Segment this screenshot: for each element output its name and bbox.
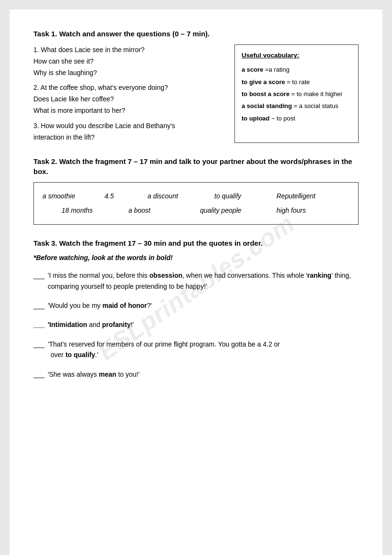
- task1-title: Task 1. Watch and answer the questions (…: [33, 29, 359, 39]
- vocab-item-4: a social standing = a social status: [242, 100, 351, 111]
- q2-number: 2.: [33, 84, 41, 91]
- word-reputelligent: Reputelligent: [276, 189, 350, 203]
- word-18months: 18 months: [62, 204, 128, 218]
- word-high-fours: high fours: [276, 204, 350, 218]
- quote-3: ___ 'Intimidation and profanity!': [33, 319, 359, 330]
- quote-3-line: ___ 'Intimidation and profanity!': [33, 319, 359, 330]
- word-row-1: a smoothie 4.5 a discount to qualify Rep…: [42, 189, 350, 203]
- word-qualify: to qualify: [214, 189, 276, 203]
- quote-5-line: ___ 'She was always mean to you!': [33, 369, 359, 380]
- task1-questions: 1. What does Lacie see in the mirror? Ho…: [33, 44, 225, 143]
- quote-2-blank: ___: [33, 300, 48, 311]
- vocab-box: Useful vocabulary: a score =a rating to …: [234, 44, 359, 143]
- task1-layout: 1. What does Lacie see in the mirror? Ho…: [33, 44, 359, 143]
- quote-4-text: 'That's reserved for members of our prim…: [48, 339, 280, 349]
- quote-4-continuation: over to qualify.': [33, 349, 359, 360]
- quote-1-line: ___ 'I miss the normal you, before this …: [33, 270, 359, 292]
- quote-3-blank: ___: [33, 319, 48, 330]
- vocab-item-5: to upload ~ to post: [242, 113, 351, 124]
- q3-number: 3.: [33, 122, 41, 130]
- vocab-item-3: to boost a score = to make it higher: [242, 88, 351, 99]
- quote-2-text: 'Would you be my maid of honor?': [48, 300, 152, 311]
- task2-section: Task 2. Watch the fragment 7 – 17 min an…: [33, 156, 359, 225]
- word-row-2: 18 months a boost quality people high fo…: [42, 204, 350, 218]
- task3-title: Task 3. Watch the fragment 17 – 30 min a…: [33, 238, 359, 248]
- quote-1-blank: ___: [33, 270, 48, 281]
- vocab-item-2: to give a score = to rate: [242, 76, 351, 87]
- task1-section: Task 1. Watch and answer the questions (…: [33, 29, 359, 143]
- task3-section: Task 3. Watch the fragment 17 – 30 min a…: [33, 238, 359, 380]
- quote-4: ___ 'That's reserved for members of our …: [33, 339, 359, 360]
- word-quality-people: quality people: [200, 204, 276, 218]
- question-3: 3. How would you describe Lacie and Beth…: [33, 120, 225, 143]
- question-2: 2. At the coffee shop, what's everyone d…: [33, 82, 225, 116]
- vocab-item-1: a score =a rating: [242, 64, 351, 75]
- task3-note: *Before watching, look at the words in b…: [33, 254, 359, 261]
- quote-4-line: ___ 'That's reserved for members of our …: [33, 339, 359, 349]
- quote-1-text: 'I miss the normal you, before this obse…: [48, 270, 359, 292]
- word-box: a smoothie 4.5 a discount to qualify Rep…: [33, 182, 359, 225]
- question-1: 1. What does Lacie see in the mirror? Ho…: [33, 44, 225, 78]
- task2-title: Task 2. Watch the fragment 7 – 17 min an…: [33, 156, 359, 176]
- quote-5: ___ 'She was always mean to you!': [33, 369, 359, 380]
- vocab-title: Useful vocabulary:: [242, 50, 351, 61]
- quote-5-text: 'She was always mean to you!': [48, 369, 139, 380]
- quote-2-line: ___ 'Would you be my maid of honor?': [33, 300, 359, 311]
- quote-2: ___ 'Would you be my maid of honor?': [33, 300, 359, 311]
- quote-5-blank: ___: [33, 369, 48, 380]
- word-45: 4.5: [105, 189, 148, 203]
- q1-number: 1.: [33, 46, 41, 54]
- word-discount: a discount: [148, 189, 214, 203]
- quote-1: ___ 'I miss the normal you, before this …: [33, 270, 359, 292]
- word-smoothie: a smoothie: [42, 189, 105, 203]
- quote-4-blank: ___: [33, 339, 48, 349]
- page: ESLprintables.com Task 1. Watch and answ…: [10, 10, 382, 555]
- word-boost: a boost: [128, 204, 200, 218]
- quote-3-text: 'Intimidation and profanity!': [48, 319, 134, 330]
